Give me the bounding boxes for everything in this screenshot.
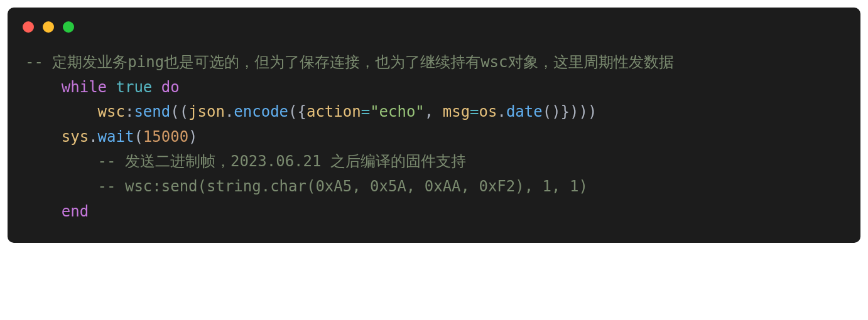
maximize-icon[interactable] — [63, 21, 74, 33]
code-body: -- 定期发业务ping也是可选的，但为了保存连接，也为了继续持有wsc对象，这… — [8, 38, 860, 243]
keyword-do: do — [161, 78, 180, 96]
ident-os: os — [479, 103, 497, 120]
code-window: -- 定期发业务ping也是可选的，但为了保存连接，也为了继续持有wsc对象，这… — [8, 8, 860, 243]
key-action: action — [307, 103, 361, 120]
ident-sys: sys — [62, 128, 89, 146]
func-date: date — [506, 103, 543, 120]
keyword-while: while — [62, 78, 107, 96]
close-icon[interactable] — [23, 21, 34, 33]
code-comment: -- 发送二进制帧，2023.06.21 之后编译的固件支持 — [98, 152, 466, 170]
key-msg: msg — [443, 103, 470, 120]
ident-wsc: wsc — [98, 103, 125, 120]
string-echo: "echo" — [370, 103, 425, 120]
func-send: send — [134, 103, 170, 120]
code-comment: -- 定期发业务ping也是可选的，但为了保存连接，也为了继续持有wsc对象，这… — [25, 53, 674, 71]
minimize-icon[interactable] — [43, 21, 54, 33]
window-controls — [8, 8, 860, 38]
keyword-true: true — [116, 78, 153, 96]
func-wait: wait — [98, 128, 134, 146]
ident-json: json — [188, 103, 225, 120]
number-15000: 15000 — [143, 128, 188, 146]
func-encode: encode — [234, 103, 288, 120]
code-comment: -- wsc:send(string.char(0xA5, 0x5A, 0xAA… — [98, 178, 588, 195]
keyword-end: end — [62, 203, 89, 220]
